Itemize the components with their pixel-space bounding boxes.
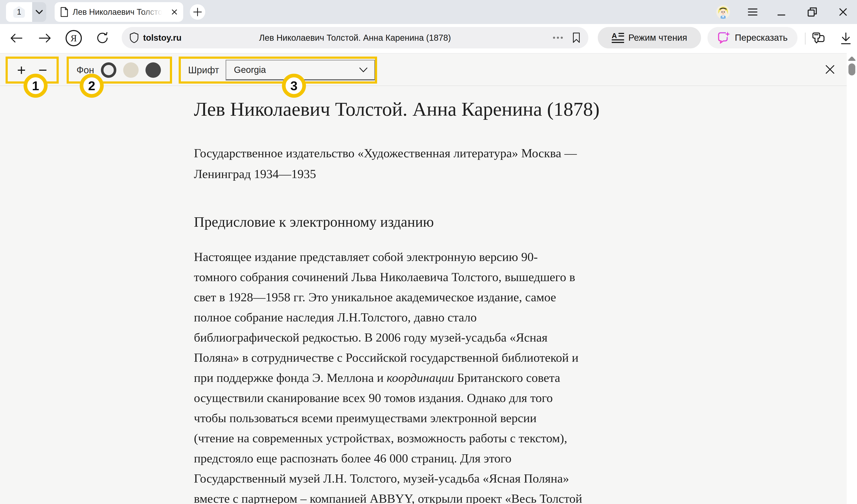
- plus-icon: [193, 7, 202, 17]
- download-icon: [840, 32, 852, 45]
- paragraph-text: Настоящее издание представляет собой эле…: [194, 250, 578, 385]
- forward-icon: [38, 33, 51, 43]
- retell-button[interactable]: Пересказать: [707, 27, 797, 48]
- scrollbar-thumb[interactable]: [848, 64, 855, 75]
- paragraph-text-continued: Британского совета осуществили сканирова…: [194, 371, 582, 504]
- paragraph-italic-text: координации: [387, 371, 454, 385]
- passwords-cards-button[interactable]: [808, 28, 829, 49]
- article-subtitle: Государственное издательство «Художестве…: [194, 143, 577, 184]
- reading-mode-label: Режим чтения: [628, 33, 687, 43]
- reload-icon: [96, 32, 109, 45]
- address-bar[interactable]: Лев Николаевич Толстой. Анна Каренина (1…: [122, 27, 588, 48]
- reader-content: Лев Николаевич Толстой. Анна Каренина (1…: [0, 87, 847, 504]
- hamburger-icon: [748, 8, 758, 16]
- close-reading-icon: [825, 64, 835, 74]
- back-button[interactable]: [6, 28, 27, 48]
- close-window-button[interactable]: [834, 0, 853, 24]
- article-title: Лев Николаевич Толстой. Анна Каренина (1…: [194, 98, 600, 120]
- tab-counter-shield-icon: 1: [13, 5, 25, 19]
- svg-text:А: А: [612, 32, 617, 40]
- address-page-title: Лев Николаевич Толстой. Анна Каренина (1…: [122, 33, 588, 43]
- menu-button[interactable]: [743, 0, 762, 24]
- font-label: Шрифт: [188, 65, 219, 75]
- scrollbar[interactable]: [847, 53, 857, 504]
- tab-close-icon[interactable]: [171, 9, 178, 15]
- tutorial-badge-3: 3: [282, 74, 306, 98]
- bg-swatch-sepia[interactable]: [123, 62, 139, 78]
- yandex-logo-icon: Я: [66, 30, 82, 46]
- site-domain: tolstoy.ru: [143, 33, 182, 43]
- main-toolbar: Я Лев Николаевич Толстой. Анна Каренина …: [0, 24, 857, 53]
- font-controls-highlight: Шрифт Georgia: [179, 56, 377, 84]
- more-options-icon[interactable]: [552, 36, 564, 39]
- tab-list-dropdown[interactable]: [32, 2, 46, 22]
- tutorial-badge-1: 1: [23, 74, 48, 98]
- article-paragraph: Настоящее издание представляет собой эле…: [194, 247, 582, 504]
- reading-mode-button[interactable]: А Режим чтения: [598, 27, 701, 48]
- tab-counter-value: 1: [17, 7, 21, 17]
- scroll-up-arrow[interactable]: [848, 56, 856, 61]
- toolbar-divider: [805, 33, 806, 45]
- forward-button[interactable]: [35, 28, 55, 48]
- reading-mode-icon: А: [612, 32, 624, 44]
- new-tab-button[interactable]: [190, 4, 205, 20]
- minimize-icon: [777, 8, 786, 16]
- bg-swatch-dark[interactable]: [146, 62, 161, 78]
- reload-button[interactable]: [92, 28, 113, 48]
- close-reading-mode-button[interactable]: [822, 62, 838, 77]
- browser-window: 1 Лев Николаевич Толстой. Анна Каренина …: [0, 0, 857, 504]
- downloads-button[interactable]: [835, 28, 857, 49]
- tab-strip: 1 Лев Николаевич Толстой. Анна Каренина …: [0, 0, 857, 24]
- font-select-value: Georgia: [234, 65, 266, 75]
- close-icon: [839, 8, 847, 16]
- chevron-down-icon: [359, 67, 368, 73]
- back-icon: [10, 33, 23, 43]
- retell-sparkle-icon: [717, 31, 730, 44]
- shield-icon[interactable]: [130, 32, 139, 43]
- passwords-cards-icon: [812, 32, 825, 45]
- restore-button[interactable]: [803, 0, 822, 24]
- bookmark-icon[interactable]: [572, 32, 581, 43]
- yandex-home-button[interactable]: Я: [63, 28, 84, 48]
- tutorial-badge-2: 2: [80, 74, 104, 98]
- retell-label: Пересказать: [735, 33, 788, 43]
- bg-swatch-light[interactable]: [101, 62, 116, 78]
- user-avatar[interactable]: [716, 5, 730, 19]
- reading-toolbar: + − Фон Шрифт Georgia: [0, 53, 847, 86]
- zoom-in-button[interactable]: +: [17, 63, 26, 78]
- tab-counter-widget[interactable]: 1: [6, 2, 46, 22]
- tab-counter[interactable]: 1: [6, 2, 32, 22]
- document-icon: [60, 7, 68, 17]
- tab-title: Лев Николаевич Толстой. Анна Каренина (1…: [73, 7, 171, 17]
- restore-icon: [807, 7, 817, 17]
- article-heading: Предисловие к электронному изданию: [194, 214, 434, 230]
- minimize-button[interactable]: [772, 0, 791, 24]
- browser-tab[interactable]: Лев Николаевич Толстой. Анна Каренина (1…: [55, 2, 183, 22]
